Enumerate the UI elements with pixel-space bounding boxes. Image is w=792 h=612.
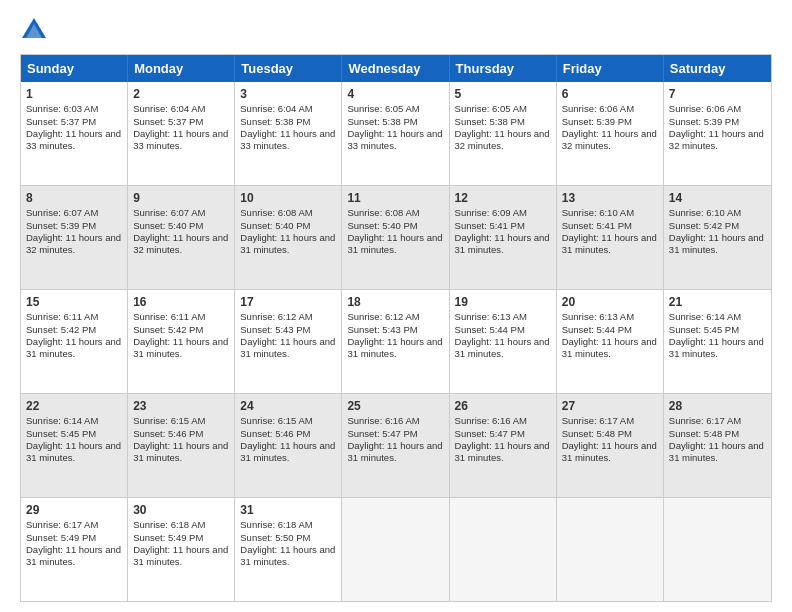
- calendar-cell: [664, 498, 771, 601]
- cell-info: Sunrise: 6:13 AMSunset: 5:44 PMDaylight:…: [562, 311, 658, 360]
- cell-info: Sunrise: 6:15 AMSunset: 5:46 PMDaylight:…: [133, 415, 229, 464]
- cell-info: Sunrise: 6:17 AMSunset: 5:48 PMDaylight:…: [562, 415, 658, 464]
- calendar-cell: 15Sunrise: 6:11 AMSunset: 5:42 PMDayligh…: [21, 290, 128, 393]
- cell-info: Sunrise: 6:05 AMSunset: 5:38 PMDaylight:…: [347, 103, 443, 152]
- day-number: 4: [347, 86, 443, 102]
- cell-info: Sunrise: 6:07 AMSunset: 5:40 PMDaylight:…: [133, 207, 229, 256]
- cell-info: Sunrise: 6:07 AMSunset: 5:39 PMDaylight:…: [26, 207, 122, 256]
- column-header-saturday: Saturday: [664, 55, 771, 82]
- calendar-cell: 10Sunrise: 6:08 AMSunset: 5:40 PMDayligh…: [235, 186, 342, 289]
- calendar-cell: 30Sunrise: 6:18 AMSunset: 5:49 PMDayligh…: [128, 498, 235, 601]
- cell-info: Sunrise: 6:05 AMSunset: 5:38 PMDaylight:…: [455, 103, 551, 152]
- cell-info: Sunrise: 6:11 AMSunset: 5:42 PMDaylight:…: [133, 311, 229, 360]
- cell-info: Sunrise: 6:14 AMSunset: 5:45 PMDaylight:…: [669, 311, 766, 360]
- day-number: 21: [669, 294, 766, 310]
- day-number: 7: [669, 86, 766, 102]
- cell-info: Sunrise: 6:06 AMSunset: 5:39 PMDaylight:…: [669, 103, 766, 152]
- cell-info: Sunrise: 6:18 AMSunset: 5:49 PMDaylight:…: [133, 519, 229, 568]
- calendar-cell: 16Sunrise: 6:11 AMSunset: 5:42 PMDayligh…: [128, 290, 235, 393]
- calendar-cell: 18Sunrise: 6:12 AMSunset: 5:43 PMDayligh…: [342, 290, 449, 393]
- cell-info: Sunrise: 6:08 AMSunset: 5:40 PMDaylight:…: [347, 207, 443, 256]
- cell-info: Sunrise: 6:16 AMSunset: 5:47 PMDaylight:…: [455, 415, 551, 464]
- day-number: 31: [240, 502, 336, 518]
- day-number: 8: [26, 190, 122, 206]
- day-number: 2: [133, 86, 229, 102]
- calendar-cell: 12Sunrise: 6:09 AMSunset: 5:41 PMDayligh…: [450, 186, 557, 289]
- day-number: 5: [455, 86, 551, 102]
- day-number: 17: [240, 294, 336, 310]
- calendar-cell: 20Sunrise: 6:13 AMSunset: 5:44 PMDayligh…: [557, 290, 664, 393]
- logo-icon: [20, 16, 48, 44]
- calendar-cell: 5Sunrise: 6:05 AMSunset: 5:38 PMDaylight…: [450, 82, 557, 185]
- calendar-body: 1Sunrise: 6:03 AMSunset: 5:37 PMDaylight…: [21, 82, 771, 601]
- day-number: 9: [133, 190, 229, 206]
- day-number: 24: [240, 398, 336, 414]
- calendar: SundayMondayTuesdayWednesdayThursdayFrid…: [20, 54, 772, 602]
- cell-info: Sunrise: 6:06 AMSunset: 5:39 PMDaylight:…: [562, 103, 658, 152]
- cell-info: Sunrise: 6:17 AMSunset: 5:48 PMDaylight:…: [669, 415, 766, 464]
- calendar-cell: 6Sunrise: 6:06 AMSunset: 5:39 PMDaylight…: [557, 82, 664, 185]
- cell-info: Sunrise: 6:10 AMSunset: 5:42 PMDaylight:…: [669, 207, 766, 256]
- cell-info: Sunrise: 6:04 AMSunset: 5:38 PMDaylight:…: [240, 103, 336, 152]
- cell-info: Sunrise: 6:13 AMSunset: 5:44 PMDaylight:…: [455, 311, 551, 360]
- day-number: 28: [669, 398, 766, 414]
- day-number: 18: [347, 294, 443, 310]
- calendar-row-1: 8Sunrise: 6:07 AMSunset: 5:39 PMDaylight…: [21, 185, 771, 289]
- calendar-cell: 19Sunrise: 6:13 AMSunset: 5:44 PMDayligh…: [450, 290, 557, 393]
- calendar-cell: 3Sunrise: 6:04 AMSunset: 5:38 PMDaylight…: [235, 82, 342, 185]
- day-number: 27: [562, 398, 658, 414]
- column-header-monday: Monday: [128, 55, 235, 82]
- cell-info: Sunrise: 6:08 AMSunset: 5:40 PMDaylight:…: [240, 207, 336, 256]
- day-number: 10: [240, 190, 336, 206]
- page: SundayMondayTuesdayWednesdayThursdayFrid…: [0, 0, 792, 612]
- calendar-cell: 31Sunrise: 6:18 AMSunset: 5:50 PMDayligh…: [235, 498, 342, 601]
- calendar-cell: 8Sunrise: 6:07 AMSunset: 5:39 PMDaylight…: [21, 186, 128, 289]
- calendar-cell: 26Sunrise: 6:16 AMSunset: 5:47 PMDayligh…: [450, 394, 557, 497]
- column-header-friday: Friday: [557, 55, 664, 82]
- calendar-row-0: 1Sunrise: 6:03 AMSunset: 5:37 PMDaylight…: [21, 82, 771, 185]
- day-number: 14: [669, 190, 766, 206]
- cell-info: Sunrise: 6:17 AMSunset: 5:49 PMDaylight:…: [26, 519, 122, 568]
- calendar-cell: 21Sunrise: 6:14 AMSunset: 5:45 PMDayligh…: [664, 290, 771, 393]
- cell-info: Sunrise: 6:12 AMSunset: 5:43 PMDaylight:…: [240, 311, 336, 360]
- calendar-cell: 2Sunrise: 6:04 AMSunset: 5:37 PMDaylight…: [128, 82, 235, 185]
- cell-info: Sunrise: 6:11 AMSunset: 5:42 PMDaylight:…: [26, 311, 122, 360]
- calendar-cell: 14Sunrise: 6:10 AMSunset: 5:42 PMDayligh…: [664, 186, 771, 289]
- day-number: 16: [133, 294, 229, 310]
- column-header-wednesday: Wednesday: [342, 55, 449, 82]
- day-number: 20: [562, 294, 658, 310]
- cell-info: Sunrise: 6:09 AMSunset: 5:41 PMDaylight:…: [455, 207, 551, 256]
- day-number: 15: [26, 294, 122, 310]
- column-header-tuesday: Tuesday: [235, 55, 342, 82]
- day-number: 13: [562, 190, 658, 206]
- day-number: 19: [455, 294, 551, 310]
- day-number: 30: [133, 502, 229, 518]
- column-header-thursday: Thursday: [450, 55, 557, 82]
- calendar-row-4: 29Sunrise: 6:17 AMSunset: 5:49 PMDayligh…: [21, 497, 771, 601]
- calendar-cell: 29Sunrise: 6:17 AMSunset: 5:49 PMDayligh…: [21, 498, 128, 601]
- day-number: 12: [455, 190, 551, 206]
- cell-info: Sunrise: 6:15 AMSunset: 5:46 PMDaylight:…: [240, 415, 336, 464]
- calendar-cell: 7Sunrise: 6:06 AMSunset: 5:39 PMDaylight…: [664, 82, 771, 185]
- calendar-cell: 27Sunrise: 6:17 AMSunset: 5:48 PMDayligh…: [557, 394, 664, 497]
- cell-info: Sunrise: 6:10 AMSunset: 5:41 PMDaylight:…: [562, 207, 658, 256]
- calendar-cell: 9Sunrise: 6:07 AMSunset: 5:40 PMDaylight…: [128, 186, 235, 289]
- day-number: 22: [26, 398, 122, 414]
- day-number: 11: [347, 190, 443, 206]
- calendar-cell: [450, 498, 557, 601]
- calendar-cell: [342, 498, 449, 601]
- day-number: 1: [26, 86, 122, 102]
- calendar-cell: 25Sunrise: 6:16 AMSunset: 5:47 PMDayligh…: [342, 394, 449, 497]
- day-number: 3: [240, 86, 336, 102]
- day-number: 25: [347, 398, 443, 414]
- cell-info: Sunrise: 6:04 AMSunset: 5:37 PMDaylight:…: [133, 103, 229, 152]
- cell-info: Sunrise: 6:16 AMSunset: 5:47 PMDaylight:…: [347, 415, 443, 464]
- day-number: 26: [455, 398, 551, 414]
- cell-info: Sunrise: 6:14 AMSunset: 5:45 PMDaylight:…: [26, 415, 122, 464]
- calendar-cell: 1Sunrise: 6:03 AMSunset: 5:37 PMDaylight…: [21, 82, 128, 185]
- calendar-cell: 28Sunrise: 6:17 AMSunset: 5:48 PMDayligh…: [664, 394, 771, 497]
- day-number: 23: [133, 398, 229, 414]
- calendar-cell: 13Sunrise: 6:10 AMSunset: 5:41 PMDayligh…: [557, 186, 664, 289]
- calendar-cell: 17Sunrise: 6:12 AMSunset: 5:43 PMDayligh…: [235, 290, 342, 393]
- column-header-sunday: Sunday: [21, 55, 128, 82]
